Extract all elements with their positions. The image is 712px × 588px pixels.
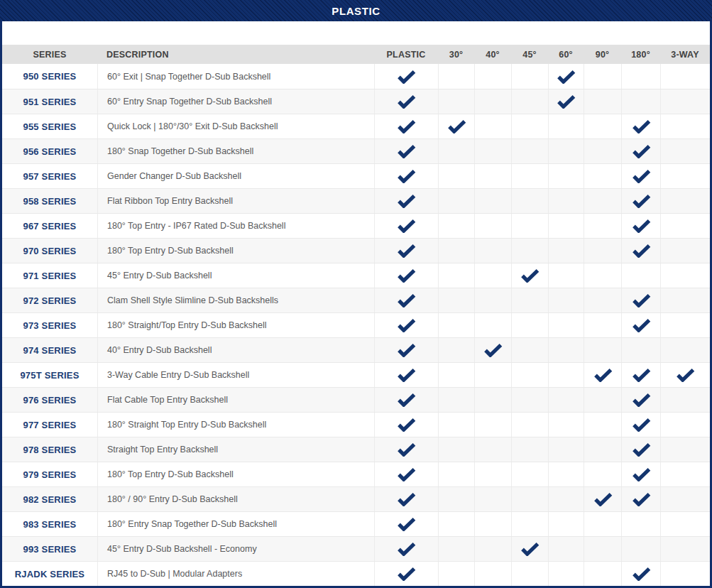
header-col-60-: 60°: [548, 45, 584, 64]
table-row: 967 SERIES180° Top Entry - IP67 Rated D-…: [2, 213, 710, 238]
check-cell: [584, 388, 621, 412]
check-cell: [660, 413, 710, 437]
checkmark-icon: [397, 169, 416, 183]
check-cell: [438, 462, 474, 486]
series-link[interactable]: 982 SERIES: [2, 487, 97, 511]
series-link[interactable]: 955 SERIES: [2, 114, 97, 138]
series-link[interactable]: 971 SERIES: [2, 263, 97, 288]
series-link[interactable]: 978 SERIES: [2, 437, 97, 462]
series-link[interactable]: 950 SERIES: [2, 64, 97, 89]
check-cell: [548, 562, 584, 586]
check-cell: [548, 189, 584, 213]
check-cell: [438, 263, 474, 288]
check-cell: [474, 288, 511, 312]
check-cell: [548, 437, 584, 462]
checkmark-icon: [397, 393, 416, 407]
check-cell: [660, 263, 710, 288]
series-link[interactable]: 951 SERIES: [2, 89, 97, 114]
check-cell: [660, 512, 710, 536]
check-cell: [374, 288, 438, 312]
check-cell: [660, 487, 710, 511]
checkmark-icon: [397, 517, 416, 531]
check-cell: [474, 164, 511, 188]
series-link[interactable]: RJADK SERIES: [2, 562, 97, 586]
checkmark-icon: [397, 492, 416, 506]
series-link[interactable]: 973 SERIES: [2, 313, 97, 337]
check-cell: [438, 363, 474, 387]
checkmark-icon: [632, 318, 651, 332]
check-cell: [374, 512, 438, 536]
check-cell: [548, 487, 584, 511]
table-row: 972 SERIESClam Shell Style Slimline D-Su…: [2, 288, 710, 312]
table-row: 978 SERIESStraight Top Entry Backshell: [2, 437, 710, 462]
check-cell: [474, 562, 511, 586]
check-cell: [474, 139, 511, 163]
check-cell: [660, 562, 710, 586]
check-cell: [584, 462, 621, 486]
checkmark-icon: [397, 293, 416, 307]
check-cell: [660, 313, 710, 337]
series-link[interactable]: 977 SERIES: [2, 413, 97, 437]
header-col-plastic: PLASTIC: [374, 45, 438, 64]
checkmark-icon: [397, 318, 416, 332]
description-text: 45° Entry D-Sub Backshell - Economy: [97, 537, 374, 561]
checkmark-icon: [632, 418, 651, 432]
table-row: 974 SERIES40° Entry D-Sub Backshell: [2, 337, 710, 362]
check-cell: [474, 388, 511, 412]
check-cell: [621, 562, 660, 586]
series-link[interactable]: 957 SERIES: [2, 164, 97, 188]
series-link[interactable]: 993 SERIES: [2, 537, 97, 561]
checkmark-icon: [397, 219, 416, 233]
check-cell: [621, 338, 660, 362]
check-cell: [374, 562, 438, 586]
check-cell: [660, 338, 710, 362]
check-cell: [584, 139, 621, 163]
check-cell: [584, 537, 621, 561]
series-link[interactable]: 976 SERIES: [2, 388, 97, 412]
series-link[interactable]: 975T SERIES: [2, 363, 97, 387]
check-cell: [621, 164, 660, 188]
check-cell: [660, 363, 710, 387]
check-cell: [374, 462, 438, 486]
series-link[interactable]: 979 SERIES: [2, 462, 97, 486]
check-cell: [474, 338, 511, 362]
table-row: 957 SERIESGender Changer D-Sub Backshell: [2, 163, 710, 188]
series-link[interactable]: 983 SERIES: [2, 512, 97, 536]
check-cell: [548, 288, 584, 312]
check-cell: [621, 239, 660, 263]
check-cell: [660, 437, 710, 462]
checkmark-icon: [397, 467, 416, 481]
series-link[interactable]: 956 SERIES: [2, 139, 97, 163]
table-row: 982 SERIES180° / 90° Entry D-Sub Backshe…: [2, 486, 710, 511]
check-cell: [584, 89, 621, 114]
series-link[interactable]: 972 SERIES: [2, 288, 97, 312]
check-cell: [548, 338, 584, 362]
check-cell: [511, 462, 548, 486]
checkmark-icon: [397, 268, 416, 283]
check-cell: [621, 487, 660, 511]
series-link[interactable]: 958 SERIES: [2, 189, 97, 213]
description-text: Quick Lock | 180°/30° Exit D-Sub Backshe…: [97, 114, 374, 138]
table-row: 970 SERIES180° Top Entry D-Sub Backshell: [2, 238, 710, 263]
check-cell: [474, 363, 511, 387]
check-cell: [474, 413, 511, 437]
series-link[interactable]: 967 SERIES: [2, 214, 97, 238]
check-cell: [474, 214, 511, 238]
check-cell: [438, 338, 474, 362]
check-cell: [621, 537, 660, 561]
check-cell: [474, 263, 511, 288]
series-table: SERIESDESCRIPTIONPLASTIC30°40°45°60°90°1…: [2, 45, 710, 586]
checkmark-icon: [397, 542, 416, 556]
table-frame: SERIESDESCRIPTIONPLASTIC30°40°45°60°90°1…: [0, 21, 712, 588]
check-cell: [584, 512, 621, 536]
check-cell: [584, 562, 621, 586]
series-link[interactable]: 970 SERIES: [2, 239, 97, 263]
check-cell: [584, 437, 621, 462]
check-cell: [438, 388, 474, 412]
category-banner: PLASTIC: [0, 0, 712, 21]
table-row: 973 SERIES180° Straight/Top Entry D-Sub …: [2, 312, 710, 337]
series-link[interactable]: 974 SERIES: [2, 338, 97, 362]
checkmark-icon: [520, 268, 540, 283]
check-cell: [548, 537, 584, 561]
check-cell: [438, 512, 474, 536]
